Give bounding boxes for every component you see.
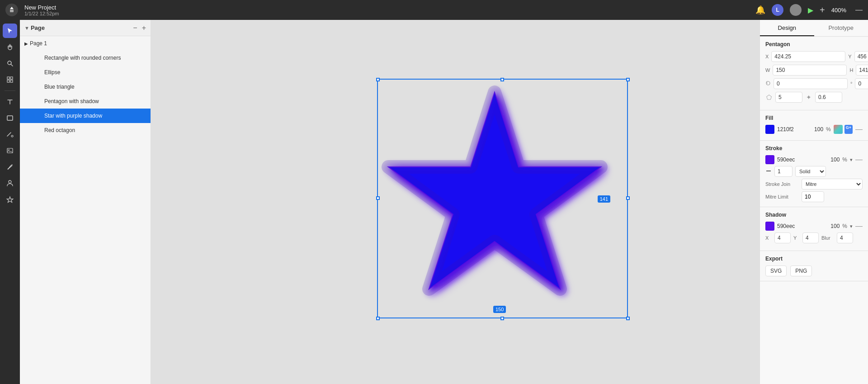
stroke-join-select[interactable]: Mitre Round Bevel — [802, 179, 863, 190]
handle-bm — [500, 317, 504, 320]
fill-percent: % — [826, 126, 831, 133]
wh-row: W H — [765, 65, 863, 76]
layer-item-octagon[interactable]: Red octagon — [20, 123, 151, 137]
tab-prototype[interactable]: Prototype — [814, 20, 868, 36]
page-label: Page 1 — [30, 40, 47, 47]
topbar: New Project 1/1/22 12:52pm 🔔 L ▶ + 400% … — [0, 0, 868, 20]
star-shape[interactable] — [379, 79, 610, 309]
fill-icons: G+ — [834, 125, 853, 134]
left-toolbar — [0, 20, 20, 384]
stroke-width-row: Solid Dashed Dotted — [765, 166, 863, 177]
layer-label-triangle: Blue triangle — [44, 84, 75, 90]
w-input[interactable] — [773, 65, 847, 76]
corners-input[interactable] — [775, 92, 802, 103]
shadow-coords-row: X Y Blur — [765, 232, 863, 243]
shadow-y-input[interactable] — [802, 232, 819, 243]
layer-item-ellipse[interactable]: Ellipse — [20, 65, 151, 80]
hand-tool[interactable] — [3, 40, 17, 54]
zoom-level[interactable]: 400% — [831, 7, 846, 14]
stroke-color-hex: 590eec — [777, 156, 824, 163]
mitre-input[interactable] — [802, 191, 824, 202]
x-input[interactable] — [771, 51, 845, 62]
export-png-btn[interactable]: PNG — [790, 265, 812, 276]
canvas-area[interactable]: 150 141 — [151, 20, 760, 384]
play-button[interactable]: ▶ — [808, 6, 813, 14]
rotation-input[interactable] — [774, 78, 848, 89]
stroke-type-select[interactable]: Solid Dashed Dotted — [795, 166, 826, 177]
shadow-blur-input[interactable] — [837, 232, 853, 243]
svg-rect-5 — [7, 80, 9, 82]
stroke-join-row: Stroke Join Mitre Round Bevel — [765, 179, 863, 190]
stroke-width-input[interactable] — [774, 166, 793, 177]
svg-rect-6 — [10, 80, 13, 82]
fill-title: Fill — [765, 115, 863, 121]
app-logo[interactable] — [5, 4, 18, 16]
stroke-percent: % — [842, 156, 847, 163]
stroke-join-label: Stroke Join — [765, 181, 798, 187]
tab-design[interactable]: Design — [760, 20, 814, 36]
svg-point-12 — [9, 180, 11, 183]
shadow-y-label: Y — [793, 235, 800, 241]
shadow-color-swatch[interactable] — [765, 222, 774, 231]
topbar-actions: 🔔 L ▶ + 400% — — [755, 4, 863, 16]
add-button[interactable]: + — [820, 5, 825, 15]
xy-row: X Y — [765, 51, 863, 62]
select-tool[interactable] — [3, 24, 17, 38]
layer-item-triangle[interactable]: Blue triangle — [20, 80, 151, 94]
layer-item-rectangle[interactable]: Rectangle with rounded corners — [20, 51, 151, 65]
layers-title: Page — [31, 24, 133, 31]
gradient-preview[interactable] — [834, 125, 843, 134]
minimize-button[interactable]: — — [855, 6, 863, 14]
shadow-x-input[interactable] — [774, 232, 791, 243]
stroke-remove-btn[interactable]: — — [855, 156, 863, 164]
image-tool[interactable] — [3, 143, 17, 158]
gplus-badge[interactable]: G+ — [844, 125, 853, 134]
rotation-icon — [765, 81, 771, 87]
svg-rect-0 — [10, 9, 14, 12]
shadow-remove-btn[interactable]: — — [855, 222, 863, 230]
star-tool[interactable] — [3, 192, 17, 207]
star-ratio-input[interactable] — [815, 92, 842, 103]
pen-tool[interactable] — [3, 160, 17, 174]
w-label: W — [765, 67, 770, 73]
layer-label-pentagon: Pentagon with shadow — [44, 98, 99, 104]
collapse-layers-btn[interactable]: − — [133, 24, 137, 32]
rectangle-tool[interactable] — [3, 111, 17, 125]
svg-line-2 — [11, 64, 13, 66]
export-svg-btn[interactable]: SVG — [765, 265, 787, 276]
add-layer-btn[interactable]: + — [142, 24, 146, 32]
shadow-color-hex: 590eec — [777, 223, 824, 229]
project-name: New Project — [24, 4, 59, 11]
project-date: 1/1/22 12:52pm — [24, 11, 59, 16]
line-tool[interactable] — [3, 127, 17, 142]
fill-opacity: 100 — [811, 126, 823, 133]
user-tool[interactable] — [3, 176, 17, 190]
stroke-opacity: 100 — [827, 156, 840, 163]
grid-tool[interactable] — [3, 72, 17, 87]
text-tool[interactable] — [3, 95, 17, 109]
user-avatar-l[interactable]: L — [772, 4, 783, 16]
pentagon-icon: ⬠ — [765, 94, 773, 101]
star-icon: ✦ — [805, 94, 812, 101]
x-label: X — [765, 54, 769, 59]
page-item[interactable]: ▶ Page 1 — [20, 36, 151, 51]
h-input[interactable] — [856, 65, 868, 76]
user-avatar-img[interactable] — [790, 4, 802, 16]
layer-label-star: Star with purple shadow — [44, 113, 102, 119]
stroke-color-row: 590eec 100 % ▾ — — [765, 155, 863, 164]
handle-tr — [626, 78, 630, 81]
svg-line-8 — [7, 133, 11, 136]
fill-color-swatch[interactable] — [765, 125, 774, 134]
notification-icon[interactable]: 🔔 — [755, 5, 765, 15]
svg-rect-7 — [7, 116, 13, 120]
layer-item-pentagon[interactable]: Pentagon with shadow — [20, 94, 151, 109]
stroke-color-swatch[interactable] — [765, 155, 774, 164]
svg-rect-4 — [10, 77, 13, 79]
layer-label-octagon: Red octagon — [44, 127, 75, 133]
export-buttons: SVG PNG — [765, 265, 863, 276]
y-input[interactable] — [854, 51, 868, 62]
layer-item-star[interactable]: Star with purple shadow — [20, 109, 151, 123]
fill-remove-btn[interactable]: — — [855, 125, 863, 133]
rotation2-input[interactable] — [855, 78, 868, 89]
search-tool[interactable] — [3, 56, 17, 71]
